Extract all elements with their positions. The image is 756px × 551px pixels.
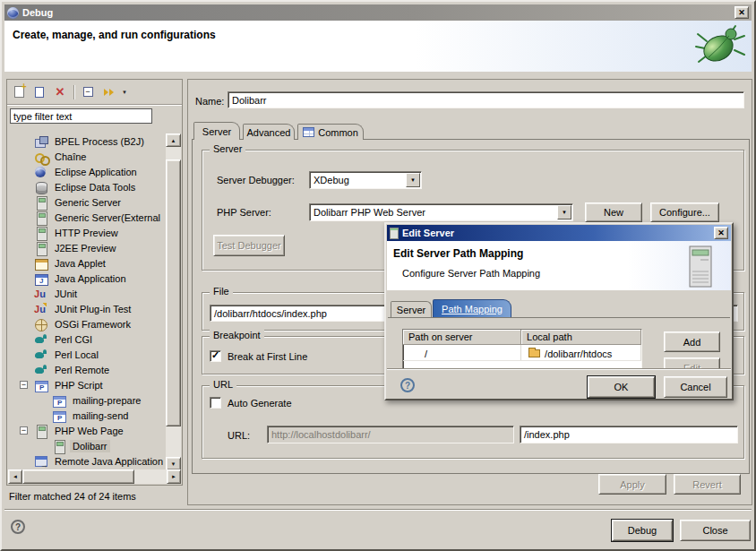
tree-item[interactable]: JUnit Plug-in Test <box>9 301 163 316</box>
tree-item[interactable]: mailing-send <box>9 408 163 423</box>
scroll-down-icon[interactable]: ▼ <box>166 457 181 470</box>
scroll-left-icon[interactable]: ◄ <box>8 469 22 484</box>
tree-item[interactable]: −PHP Script <box>9 377 163 392</box>
scroll-up-icon[interactable]: ▲ <box>166 133 181 147</box>
duplicate-icon[interactable] <box>32 85 47 99</box>
camel-icon <box>34 364 48 376</box>
configure-button[interactable]: Configure... <box>650 202 719 222</box>
tree-item[interactable]: BPEL Process (B2J) <box>9 133 163 149</box>
expander-icon[interactable]: − <box>20 426 28 435</box>
dialog-tab-path-mapping[interactable]: Path Mapping <box>433 299 511 317</box>
tree-item[interactable]: Java Applet <box>9 255 163 271</box>
tree-item[interactable]: OSGi Framework <box>9 316 163 331</box>
server-debugger-select[interactable]: XDebug ▼ <box>309 171 422 189</box>
tree-item[interactable]: mailing-prepare <box>9 392 163 408</box>
tree-item[interactable]: Eclipse Application <box>9 164 163 179</box>
name-input[interactable]: Dolibarr <box>228 91 744 108</box>
tab-server[interactable]: Server <box>193 122 240 140</box>
local-path-cell[interactable]: /dolibarr/htdocs <box>521 345 641 360</box>
path-mapping-table[interactable]: Path on server Local path / /dolibarr/ht… <box>402 329 642 370</box>
url-path-input[interactable]: /index.php <box>520 426 738 443</box>
debug-dialog-window: Debug ✕ Create, manage, and run configur… <box>0 0 756 551</box>
tree-item[interactable]: J2EE Preview <box>9 240 163 255</box>
cancel-button[interactable]: Cancel <box>664 376 727 398</box>
filter-status-text: Filter matched 24 of 24 items <box>9 491 136 502</box>
process-icon <box>34 135 48 148</box>
scroll-thumb[interactable] <box>166 159 181 426</box>
header-banner: Create, manage, and run configurations <box>4 21 752 72</box>
help-icon[interactable]: ? <box>400 378 415 392</box>
close-icon[interactable]: ✕ <box>714 227 728 239</box>
tree-item[interactable]: Remote Java Application <box>9 453 163 469</box>
break-first-line-checkbox[interactable]: ✓ <box>210 350 221 362</box>
debug-button[interactable]: Debug <box>612 520 673 541</box>
close-icon[interactable]: ✕ <box>735 6 749 19</box>
filter-input[interactable]: type filter text <box>10 108 152 124</box>
tree-item-selected[interactable]: Dolibarr <box>9 438 163 453</box>
file-group-title: File <box>210 286 233 297</box>
new-server-button[interactable]: New <box>585 202 642 222</box>
filter-icon[interactable] <box>101 85 116 99</box>
php-server-select[interactable]: Dolibarr PHP Web Server ▼ <box>309 203 573 221</box>
table-icon <box>303 127 314 137</box>
tree-vertical-scrollbar[interactable]: ▲ ▼ <box>166 133 181 470</box>
tree-item[interactable]: Generic Server(External La <box>9 210 163 225</box>
header-text: Create, manage, and run configurations <box>13 29 216 41</box>
configurations-panel: + ✕ − ▼ type filter text BPEL Process (B… <box>6 79 183 486</box>
column-local-path[interactable]: Local path <box>521 330 641 345</box>
chain-icon <box>34 151 48 163</box>
table-header-row: Path on server Local path <box>403 330 641 345</box>
chevron-down-icon[interactable]: ▼ <box>406 173 420 187</box>
test-debugger-button[interactable]: Test Debugger <box>213 235 285 256</box>
apply-button[interactable]: Apply <box>598 474 666 495</box>
expander-icon[interactable]: − <box>20 381 28 389</box>
new-configuration-icon[interactable]: + <box>12 85 26 99</box>
server-group-title: Server <box>210 143 245 154</box>
scroll-right-icon[interactable]: ► <box>167 469 181 484</box>
tree-item[interactable]: JUnit <box>9 286 163 301</box>
ok-button[interactable]: OK <box>588 376 655 398</box>
tab-common[interactable]: Common <box>297 124 364 140</box>
camel-icon <box>34 333 48 346</box>
add-button[interactable]: Add <box>664 331 720 352</box>
tree-item[interactable]: −PHP Web Page <box>9 423 163 438</box>
break-first-line-label: Break at First Line <box>228 351 307 362</box>
edit-server-header: Edit Server Path Mapping Configure Serve… <box>387 241 731 290</box>
column-path-on-server[interactable]: Path on server <box>403 330 521 345</box>
tree-horizontal-scrollbar[interactable]: ◄ ► <box>8 469 181 484</box>
dialog-tab-server[interactable]: Server <box>391 301 432 317</box>
tree-item[interactable]: Generic Server <box>9 194 163 210</box>
url-label: URL: <box>228 430 250 441</box>
tree-item[interactable]: Perl CGI <box>9 331 163 347</box>
close-button[interactable]: Close <box>680 520 751 541</box>
edit-server-title: Edit Server <box>402 228 454 238</box>
eclipse-logo-icon <box>7 7 19 19</box>
configurations-tree: BPEL Process (B2J) Chaîne Eclipse Applic… <box>9 133 163 470</box>
edit-server-header-title: Edit Server Path Mapping <box>393 247 523 260</box>
revert-button[interactable]: Revert <box>674 474 741 495</box>
title-bar: Debug ✕ <box>4 4 752 21</box>
auto-generate-label: Auto Generate <box>228 398 292 409</box>
php-icon <box>52 409 66 422</box>
tree-item[interactable]: Perl Remote <box>9 362 163 377</box>
eclipse-sphere-icon <box>34 166 48 178</box>
auto-generate-checkbox[interactable] <box>210 397 221 409</box>
collapse-all-icon[interactable]: − <box>81 85 95 99</box>
delete-icon[interactable]: ✕ <box>53 85 67 99</box>
tree-item[interactable]: Java Application <box>9 271 163 286</box>
applet-icon <box>34 257 48 270</box>
table-row[interactable]: / /dolibarr/htdocs <box>403 345 641 361</box>
window-title: Debug <box>22 7 53 18</box>
help-icon[interactable]: ? <box>11 520 25 534</box>
server-icon <box>34 242 48 254</box>
scroll-thumb[interactable] <box>22 469 134 484</box>
tree-item[interactable]: Chaîne <box>9 149 163 164</box>
tab-advanced[interactable]: Advanced <box>243 124 295 140</box>
chevron-down-icon[interactable]: ▼ <box>557 205 571 220</box>
tree-item[interactable]: Perl Local <box>9 347 163 362</box>
menu-arrow-icon[interactable]: ▼ <box>122 90 127 95</box>
tree-item[interactable]: HTTP Preview <box>9 225 163 240</box>
php-icon <box>52 394 66 407</box>
name-label: Name: <box>195 96 224 107</box>
tree-item[interactable]: Eclipse Data Tools <box>9 179 163 194</box>
